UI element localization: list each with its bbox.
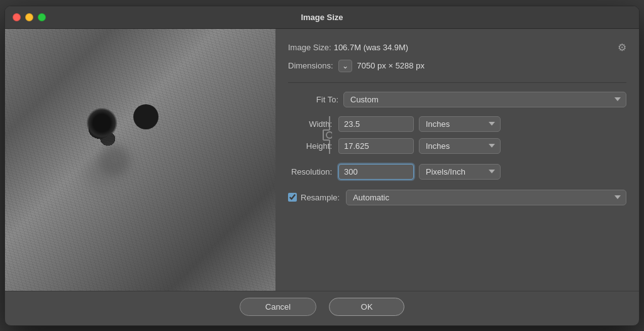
- fit-to-label: Fit To:: [288, 95, 338, 104]
- dimensions-row: Dimensions: ⌄ 7050 px × 5288 px: [288, 60, 626, 72]
- title-bar: Image Size: [5, 6, 639, 29]
- dimensions-dropdown-button[interactable]: ⌄: [338, 60, 352, 72]
- resample-row: Resample: Automatic Preserve Details (en…: [288, 190, 626, 205]
- height-unit-select[interactable]: Inches Pixels Centimeters Millimeters Po…: [419, 138, 501, 154]
- image-size-dialog: Image Size Image Size: 106.7M (was 34.9M…: [4, 6, 640, 326]
- image-size-row: Image Size: 106.7M (was 34.9M) ⚙: [288, 41, 626, 53]
- dimension-fields: Width: Inches Pixels Centimeters Millime…: [288, 116, 626, 154]
- resolution-label: Resolution:: [288, 167, 332, 176]
- dialog-body: Image Size: 106.7M (was 34.9M) ⚙ Dimensi…: [5, 29, 639, 291]
- width-unit-select[interactable]: Inches Pixels Centimeters Millimeters Po…: [419, 116, 501, 132]
- preview-image: [5, 29, 275, 291]
- resample-checkbox[interactable]: [288, 193, 297, 202]
- resample-label: Resample:: [301, 193, 340, 202]
- resolution-row: Resolution: Pixels/Inch Pixels/Centimete…: [288, 164, 626, 180]
- fit-to-select[interactable]: Custom Default Photoshop Size US Paper I…: [343, 92, 626, 107]
- minimize-button[interactable]: [25, 13, 33, 21]
- dim-dropdown-caret: ⌄: [342, 62, 348, 70]
- dim-width: 7050 px: [357, 61, 386, 70]
- dialog-title: Image Size: [301, 13, 343, 22]
- cancel-button[interactable]: Cancel: [240, 298, 316, 316]
- gear-icon[interactable]: ⚙: [618, 41, 626, 53]
- dimensions-label: Dimensions:: [288, 61, 333, 70]
- resolution-unit-select[interactable]: Pixels/Inch Pixels/Centimeter: [419, 164, 501, 180]
- height-label: Height:: [288, 141, 332, 151]
- fit-to-row: Fit To: Custom Default Photoshop Size US…: [288, 92, 626, 107]
- dim-height: 5288 px: [396, 61, 425, 70]
- separator: [288, 82, 626, 83]
- image-size-label: Image Size:: [288, 43, 331, 52]
- resolution-input[interactable]: [338, 164, 414, 180]
- dimensions-values: 7050 px × 5288 px: [357, 61, 425, 70]
- image-preview: [5, 29, 275, 291]
- dim-separator: ×: [388, 61, 393, 70]
- width-label: Width:: [288, 119, 332, 129]
- width-input[interactable]: [338, 116, 414, 132]
- width-row: Width: Inches Pixels Centimeters Millime…: [288, 116, 626, 132]
- dialog-footer: Cancel OK: [5, 291, 639, 325]
- maximize-button[interactable]: [38, 13, 46, 21]
- settings-panel: Image Size: 106.7M (was 34.9M) ⚙ Dimensi…: [275, 29, 639, 291]
- height-input[interactable]: [338, 138, 414, 154]
- ok-button[interactable]: OK: [329, 298, 404, 316]
- window-controls: [13, 13, 46, 21]
- resample-select[interactable]: Automatic Preserve Details (enlargement)…: [346, 190, 626, 205]
- image-size-value: 106.7M (was 34.9M): [334, 43, 409, 52]
- image-size-info: Image Size: 106.7M (was 34.9M): [288, 43, 408, 52]
- height-row: Height: Inches Pixels Centimeters Millim…: [288, 138, 626, 154]
- close-button[interactable]: [13, 13, 21, 21]
